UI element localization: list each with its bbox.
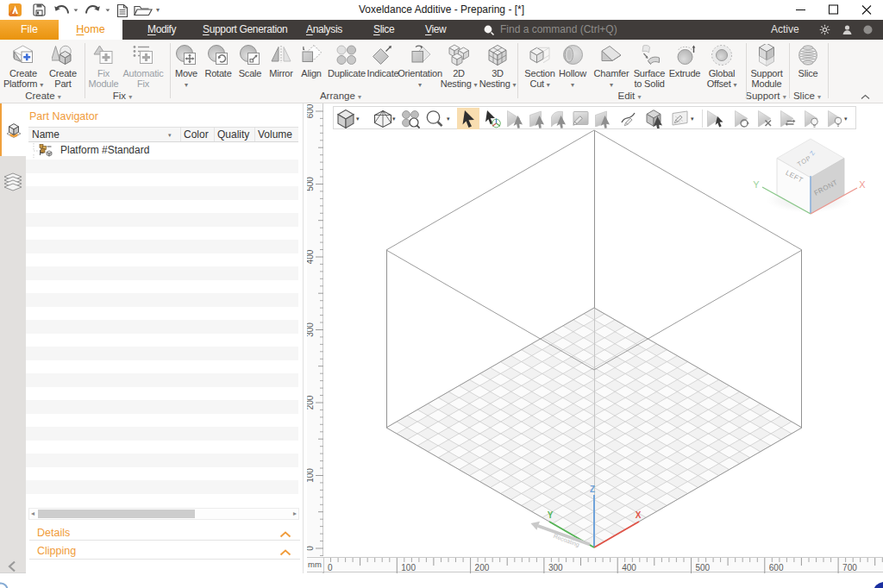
svg-text:Y: Y: [753, 179, 760, 190]
svg-text:600: 600: [307, 103, 315, 118]
svg-text:X: X: [636, 510, 642, 520]
svg-text:Y: Y: [548, 510, 554, 520]
svg-text:500: 500: [696, 563, 711, 572]
svg-text:400: 400: [622, 563, 636, 572]
svg-text:300: 300: [548, 563, 563, 572]
svg-text:200: 200: [475, 563, 490, 572]
svg-text:X: X: [859, 179, 866, 190]
svg-text:400: 400: [307, 249, 315, 264]
svg-text:200: 200: [307, 395, 315, 410]
svg-text:0: 0: [307, 546, 315, 551]
svg-text:300: 300: [307, 322, 315, 337]
svg-text:700: 700: [842, 563, 857, 572]
svg-text:500: 500: [307, 177, 315, 191]
svg-text:Z: Z: [590, 485, 595, 494]
svg-text:100: 100: [307, 468, 315, 483]
svg-text:600: 600: [769, 563, 784, 572]
svg-text:0: 0: [328, 563, 333, 572]
svg-text:100: 100: [401, 563, 416, 572]
